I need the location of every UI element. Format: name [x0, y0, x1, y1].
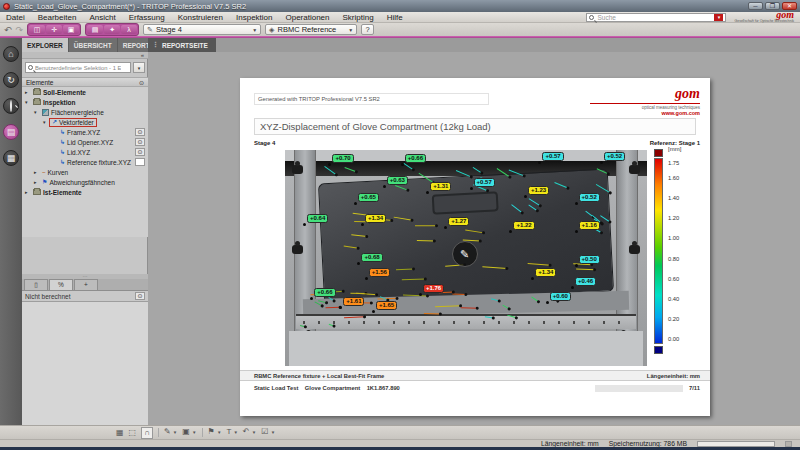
- scale-tick-label: 0.60: [668, 276, 679, 282]
- tree-item[interactable]: ▾↗Vektorfelder: [22, 117, 148, 127]
- report-page[interactable]: Generated with TRITOP Professional V7.5 …: [240, 78, 710, 416]
- tree-item[interactable]: ▸⚑Abweichungsfähnchen: [22, 177, 148, 187]
- application-window: Static_Load_Glove_Compartment(*) - TRITO…: [0, 0, 800, 450]
- visibility-toggle[interactable]: ⊙: [135, 128, 145, 136]
- measurement-label: +0.60: [550, 292, 571, 301]
- tab-reportseite[interactable]: ⋮ REPORTSEITE: [148, 38, 216, 52]
- stage-selector[interactable]: ✎ Stage 4 ▼: [143, 24, 261, 35]
- reference-icon: ◈: [269, 26, 274, 34]
- tree-item[interactable]: ▾Flächenvergleiche: [22, 107, 148, 117]
- status-bar: Längeneinheit: mm Speichernutzung: 786 M…: [0, 439, 800, 447]
- search-dropdown-button[interactable]: ▾: [714, 14, 723, 21]
- report-icon[interactable]: ▤: [87, 25, 103, 34]
- menu-item-operationen[interactable]: Operationen: [285, 13, 329, 22]
- visibility-toggle[interactable]: [135, 158, 145, 166]
- redo-button[interactable]: ↷: [16, 25, 24, 35]
- report-view-icon[interactable]: ▤: [3, 124, 19, 140]
- tree-item[interactable]: ▾Inspektion: [22, 97, 148, 107]
- folder-icon: [33, 189, 41, 195]
- parameters-icon[interactable]: ✦: [104, 25, 120, 34]
- menu-item-skripting[interactable]: Skripting: [343, 13, 374, 22]
- insert-image-icon[interactable]: ▣ ▼: [182, 427, 196, 438]
- folder-icon: [33, 89, 41, 95]
- drag-handle-icon: ⋮: [152, 41, 159, 49]
- 3d-view-icon[interactable]: ↻: [3, 72, 19, 88]
- visibility-toggle[interactable]: ⊙: [135, 292, 145, 300]
- clamp-hardware: [292, 165, 303, 174]
- measurement-point: [575, 202, 578, 205]
- minimize-button[interactable]: ─: [748, 2, 763, 10]
- measurement-label: +1.76: [423, 284, 444, 293]
- folder-icon: [33, 99, 41, 105]
- vector-plot[interactable]: ✎ +0.70+0.66+0.57+0.52+0.63+1.31+0.57+1.…: [285, 150, 647, 366]
- measurement-label: +0.52: [579, 193, 600, 202]
- properties-mini-tabs: ▯ % +: [22, 279, 148, 291]
- tree-item[interactable]: ↳Frame.XYZ⊙: [22, 127, 148, 137]
- scale-tick-label: 0.00: [668, 336, 679, 342]
- scale-gradient-bar: [654, 158, 663, 344]
- scale-tick-label: 1.40: [668, 195, 679, 201]
- explorer-sidebar: « Benutzerdefinierte Selektion - 1 E ▾ E…: [22, 52, 148, 425]
- insert-text-icon[interactable]: T ▼: [226, 427, 237, 438]
- menu-item-ansicht[interactable]: Ansicht: [89, 13, 115, 22]
- undo-button[interactable]: ↶: [4, 25, 12, 35]
- tree-item[interactable]: ↳Lid Opener.XYZ⊙: [22, 137, 148, 147]
- tab-dependencies[interactable]: %: [49, 279, 73, 290]
- sidebar-empty-area: [22, 302, 148, 425]
- measurement-label: +0.64: [307, 214, 328, 223]
- calculation-status: Nicht berechnet: [25, 293, 71, 300]
- selection-search-input[interactable]: Benutzerdefinierte Selektion - 1 E: [25, 62, 131, 73]
- tab-add[interactable]: +: [74, 279, 98, 290]
- lasso-select-icon[interactable]: ∩: [141, 427, 153, 439]
- snap-icon[interactable]: ⬚: [129, 428, 137, 438]
- draw-line-icon[interactable]: ✎ ▼: [164, 427, 177, 438]
- visibility-toggle[interactable]: ⊙: [135, 138, 145, 146]
- search-icon[interactable]: [3, 98, 19, 114]
- tree-item-label: Lid.XYZ: [67, 149, 90, 156]
- tree-item[interactable]: ↳Lid.XYZ⊙: [22, 147, 148, 157]
- measurement-point: [383, 185, 386, 188]
- toolbar-group-stages: ◫ ✛ ▣: [27, 23, 81, 36]
- measurement-label: +1.22: [513, 221, 534, 230]
- toolbar-separator: [158, 428, 159, 437]
- measurement-label: +1.31: [430, 182, 451, 191]
- elements-header: Elemente ⊙: [22, 77, 148, 87]
- tree-item-label: Frame.XYZ: [67, 129, 100, 136]
- insert-flag-icon[interactable]: ⚑ ▼: [208, 427, 222, 438]
- menu-item-konstruieren[interactable]: Konstruieren: [178, 13, 223, 22]
- tab-übersicht[interactable]: ÜBERSICHT: [69, 38, 118, 52]
- arrow-tool-icon[interactable]: ↶ ▼: [243, 427, 256, 438]
- tab-explorer[interactable]: EXPLORER: [22, 38, 69, 52]
- tab-properties[interactable]: ▯: [24, 279, 48, 290]
- collapse-panel-button[interactable]: «: [22, 52, 148, 59]
- main-toolbar: ↶ ↷ ◫ ✛ ▣ ▤ ✦ λ ✎ Stage 4 ▼ ◈ RBMC Refer…: [0, 23, 800, 36]
- tree-item[interactable]: ▸Soll-Elemente: [22, 87, 148, 97]
- deformation-icon[interactable]: ✛: [46, 25, 62, 34]
- menu-item-erfassung[interactable]: Erfassung: [129, 13, 165, 22]
- lens-glyph: [10, 100, 12, 112]
- tree-item[interactable]: ▸~Kurven: [22, 167, 148, 177]
- visibility-toggle[interactable]: ⊙: [135, 148, 145, 156]
- search-input[interactable]: Suche ▾: [586, 13, 726, 22]
- generated-text: Generated with TRITOP Professional V7.5 …: [254, 93, 489, 105]
- table-view-icon[interactable]: ▦: [3, 150, 19, 166]
- selection-filter-button[interactable]: ▾: [133, 62, 145, 73]
- export-pdf-icon[interactable]: λ: [121, 25, 137, 34]
- resize-grip[interactable]: [785, 441, 792, 447]
- tree-item[interactable]: ▸Ist-Elemente: [22, 187, 148, 197]
- stage-management-icon[interactable]: ◫: [29, 25, 45, 34]
- grid-icon[interactable]: ▦: [116, 428, 124, 438]
- help-button[interactable]: ?: [361, 24, 374, 35]
- window-title: Static_Load_Glove_Compartment(*) - TRITO…: [14, 2, 246, 11]
- menu-item-bearbeiten[interactable]: Bearbeiten: [38, 13, 77, 22]
- menu-item-hilfe[interactable]: Hilfe: [387, 13, 403, 22]
- checkbox-tool-icon[interactable]: ☑ ▼: [261, 427, 275, 438]
- menu-item-datei[interactable]: Datei: [6, 13, 25, 22]
- tree-item[interactable]: ↳Reference fixture.XYZ: [22, 157, 148, 167]
- reference-selector[interactable]: ◈ RBMC Reference ▼: [265, 24, 357, 35]
- home-icon[interactable]: ⌂: [3, 46, 19, 62]
- measurement-label: +1.23: [528, 186, 549, 195]
- stage-copy-icon[interactable]: ▣: [63, 25, 79, 34]
- menu-item-inspektion[interactable]: Inspektion: [236, 13, 272, 22]
- panel-tab-row: EXPLORERÜBERSICHTREPORT ⋮ REPORTSEITE: [0, 38, 800, 52]
